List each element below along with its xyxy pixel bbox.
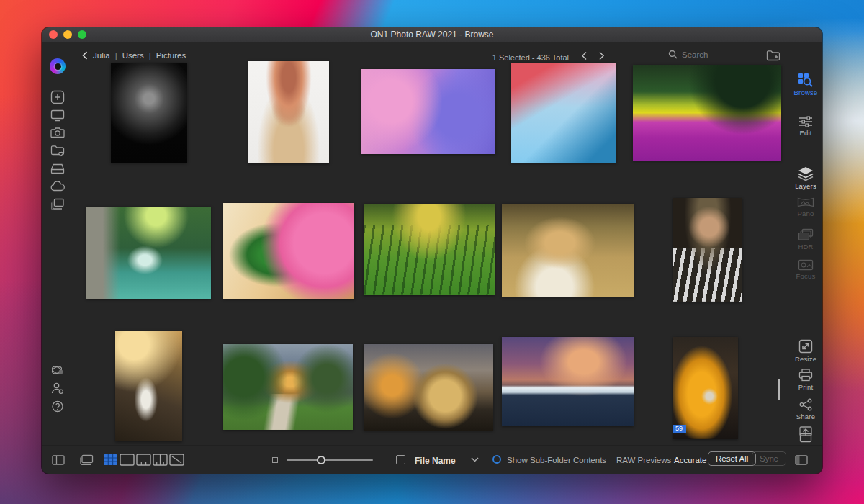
thumbnail-size-slider[interactable] [287, 459, 373, 461]
show-subfolders-label[interactable]: Show Sub-Folder Contents [507, 456, 606, 464]
filmstrip-view-button[interactable] [136, 454, 151, 466]
detail-view-button[interactable] [120, 454, 135, 466]
toggle-filmstrip-panel-icon[interactable] [795, 455, 808, 465]
grid-scrollbar[interactable] [778, 379, 780, 400]
footer-toolbar: File Name Show Sub-Folder Contents RAW P… [42, 445, 822, 474]
photo-thumbnail[interactable] [502, 337, 634, 426]
photo-thumbnail[interactable] [673, 198, 742, 302]
reset-all-button[interactable]: Reset All [708, 451, 756, 466]
slider-knob[interactable] [317, 456, 325, 464]
sort-by-label[interactable]: File Name [415, 456, 456, 466]
photo-thumbnail[interactable] [511, 63, 616, 163]
photo-thumbnail[interactable] [111, 63, 187, 163]
grid-view-button[interactable] [103, 454, 118, 466]
raw-previews-label[interactable]: RAW Previews [616, 456, 671, 464]
photo-thumbnail[interactable] [361, 69, 495, 154]
view-mode-group [103, 454, 184, 466]
photo-thumbnail[interactable] [86, 207, 211, 299]
photo-thumbnail[interactable] [633, 65, 781, 161]
map-view-button[interactable] [169, 454, 184, 466]
chevron-down-icon[interactable] [471, 457, 479, 462]
thumbnail-size-small-icon [272, 457, 278, 463]
photo-grid: 59 [42, 27, 822, 474]
photo-thumbnail[interactable] [223, 203, 354, 299]
compare-view-button[interactable] [153, 454, 168, 466]
selected-filename-badge: 59 [673, 425, 686, 433]
raw-previews-value[interactable]: Accurate [674, 456, 706, 464]
app-window: ON1 Photo RAW 2021 - Browse Julia | User… [42, 27, 822, 474]
sync-button[interactable]: Sync [752, 451, 786, 466]
photo-thumbnail-selected[interactable]: 59 [673, 337, 738, 439]
photo-thumbnail[interactable] [364, 204, 495, 295]
photo-thumbnail[interactable] [115, 331, 182, 441]
photo-thumbnail[interactable] [223, 344, 353, 430]
toggle-left-panel-icon[interactable] [52, 455, 65, 465]
photo-thumbnail[interactable] [248, 61, 329, 163]
photo-thumbnail[interactable] [364, 344, 493, 431]
photo-thumbnail[interactable] [502, 204, 634, 297]
show-subfolders-toggle[interactable] [492, 455, 501, 464]
stacked-photos-icon[interactable] [79, 454, 94, 466]
show-labels-checkbox[interactable] [396, 455, 405, 464]
